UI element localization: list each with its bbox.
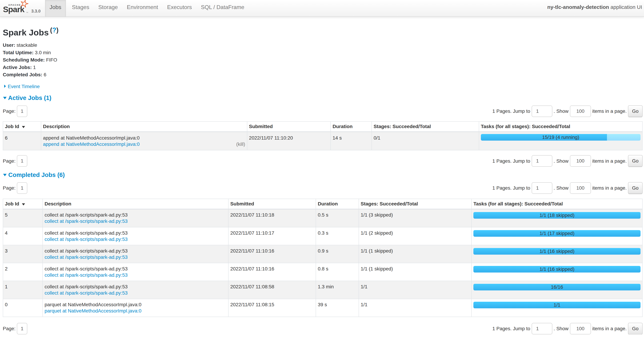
svg-text:TM: TM bbox=[26, 12, 28, 13]
